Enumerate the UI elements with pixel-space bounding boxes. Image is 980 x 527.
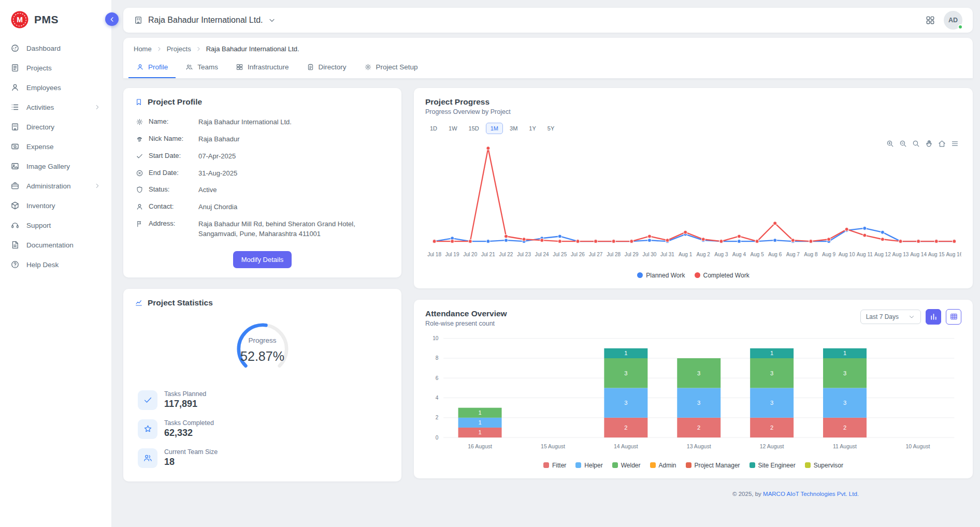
tab-bar: Profile Teams Infrastructure Directory P… [123, 58, 973, 79]
range-button-1d[interactable]: 1D [425, 123, 442, 134]
stat-tasks-planned: Tasks Planned 117,891 [138, 390, 387, 410]
zoom-in-icon[interactable] [886, 139, 895, 148]
x-axis-label: Aug 11 [857, 252, 873, 257]
legend-item-site-engineer[interactable]: Site Engineer [750, 462, 796, 469]
bar-value-label: 1 [478, 409, 481, 416]
date-range-select[interactable]: Last 7 Days [860, 310, 921, 324]
sidebar-item-documentation[interactable]: Documentation [0, 235, 111, 255]
sidebar-item-administration[interactable]: Administration [0, 176, 111, 196]
modify-details-button[interactable]: Modify Details [233, 251, 292, 268]
x-axis-label: Jul 21 [481, 252, 495, 257]
sidebar-item-image-gallery[interactable]: Image Gallery [0, 156, 111, 176]
range-button-1m[interactable]: 1M [486, 123, 503, 134]
sidebar-item-projects[interactable]: Projects [0, 58, 111, 78]
x-axis-label: Jul 20 [463, 252, 477, 257]
y-axis-label: 2 [436, 415, 439, 420]
sidebar-item-expense[interactable]: Expense [0, 137, 111, 156]
home-icon[interactable] [938, 139, 946, 148]
field-start-date: Start Date: 07-Apr-2025 [135, 148, 390, 165]
data-point-completed-work [433, 240, 436, 243]
app-root: M PMS Dashboard Projects Employees Activ… [0, 0, 980, 527]
range-button-3m[interactable]: 3M [505, 123, 522, 134]
chart-view-toggle[interactable] [926, 309, 941, 325]
legend-item-helper[interactable]: Helper [575, 462, 602, 469]
breadcrumb-projects[interactable]: Projects [167, 45, 191, 53]
zoom-out-icon[interactable] [899, 139, 907, 148]
sidebar-item-help-desk[interactable]: Help Desk [0, 255, 111, 274]
legend-label: Welder [621, 462, 641, 469]
inventory-icon [10, 201, 20, 210]
company-link[interactable]: MARCO AIoT Technologies Pvt. Ltd. [763, 491, 859, 497]
x-axis-label: 15 August [541, 443, 565, 449]
app-logo[interactable]: M PMS [0, 7, 111, 38]
selection-zoom-icon[interactable] [912, 139, 920, 148]
x-axis-label: 13 August [687, 443, 711, 449]
sidebar-item-label: Documentation [26, 241, 101, 249]
company-selector[interactable]: Raja Bahadur International Ltd. [134, 16, 276, 25]
legend-label: Admin [659, 462, 676, 469]
data-point-planned-work [737, 240, 741, 243]
sidebar: M PMS Dashboard Projects Employees Activ… [0, 0, 112, 527]
apps-grid-icon[interactable] [925, 15, 935, 25]
legend-item-welder[interactable]: Welder [612, 462, 641, 469]
online-status-dot [958, 24, 963, 30]
field-label: Name: [149, 118, 193, 125]
data-point-completed-work [522, 238, 526, 241]
pan-icon[interactable] [925, 139, 933, 148]
user-icon [136, 203, 143, 211]
tab-infrastructure[interactable]: Infrastructure [228, 58, 297, 78]
range-button-1w[interactable]: 1W [444, 123, 462, 134]
sidebar-item-employees[interactable]: Employees [0, 78, 111, 97]
stat-label: Current Team Size [164, 448, 218, 456]
stat-icon-box [138, 390, 157, 410]
range-button-1y[interactable]: 1Y [524, 123, 540, 134]
tab-teams[interactable]: Teams [178, 58, 226, 78]
legend-item-project-manager[interactable]: Project Manager [686, 462, 740, 469]
legend-item-planned-work[interactable]: Planned Work [637, 272, 685, 279]
sidebar-collapse-button[interactable] [105, 12, 119, 26]
sidebar-item-dashboard[interactable]: Dashboard [0, 38, 111, 58]
x-axis-label: Aug 10 [839, 252, 855, 257]
legend-item-admin[interactable]: Admin [650, 462, 676, 469]
data-point-completed-work [899, 240, 902, 243]
card-title: Project Profile [148, 97, 202, 107]
tab-directory[interactable]: Directory [299, 58, 354, 78]
bar-value-label: 3 [697, 370, 700, 376]
field-label: End Date: [149, 169, 193, 177]
sidebar-item-label: Projects [26, 64, 101, 72]
tab-profile[interactable]: Profile [128, 58, 176, 78]
sidebar-item-activities[interactable]: Activities [0, 97, 111, 117]
avatar[interactable]: AD [944, 11, 962, 30]
menu-icon[interactable] [950, 139, 959, 148]
sidebar-item-inventory[interactable]: Inventory [0, 196, 111, 215]
sidebar-item-directory[interactable]: Directory [0, 117, 111, 137]
support-icon [10, 221, 20, 230]
x-axis-label: 14 August [614, 443, 638, 449]
avatar-initials: AD [948, 17, 958, 24]
breadcrumb-home[interactable]: Home [134, 45, 152, 53]
stat-icon-box [138, 419, 157, 439]
data-point-completed-work [558, 240, 561, 243]
range-button-15d[interactable]: 15D [464, 123, 484, 134]
x-axis-label: Jul 26 [571, 252, 585, 257]
range-button-5y[interactable]: 5Y [543, 123, 559, 134]
sidebar-item-label: Employees [26, 84, 101, 92]
legend-item-fitter[interactable]: Fitter [543, 462, 566, 469]
stat-icon-box [138, 448, 157, 468]
x-axis-label: Aug 13 [892, 252, 909, 257]
sidebar-item-support[interactable]: Support [0, 215, 111, 235]
check-icon [136, 152, 143, 160]
field-label: Contact: [149, 202, 193, 210]
x-axis-label: Jul 31 [660, 252, 674, 257]
x-axis-label: Jul 27 [589, 252, 603, 257]
chart-toolbar [886, 139, 959, 148]
table-view-toggle[interactable] [946, 309, 961, 325]
legend-item-supervisor[interactable]: Supervisor [805, 462, 843, 469]
gauge-value: 52.87% [228, 349, 297, 364]
building-icon [134, 16, 143, 25]
field-label: Start Date: [149, 152, 193, 159]
legend-swatch [805, 462, 811, 468]
bar-value-label: 2 [770, 424, 773, 431]
tab-project-setup[interactable]: Project Setup [356, 58, 426, 78]
legend-item-completed-work[interactable]: Completed Work [695, 272, 750, 279]
